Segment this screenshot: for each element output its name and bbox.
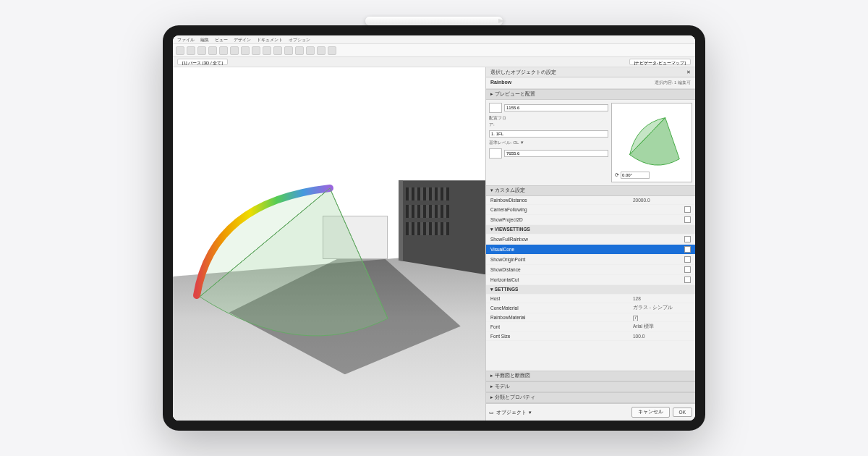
rainbow-cone — [185, 166, 417, 369]
story-select[interactable] — [489, 130, 608, 138]
close-icon[interactable]: ✕ — [686, 69, 691, 75]
checkbox[interactable] — [684, 246, 691, 253]
menubar[interactable]: ファイル 編集 ビュー デザイン ドキュメント オプション — [173, 35, 695, 44]
tool-icon[interactable] — [263, 46, 271, 55]
tool-icon[interactable] — [197, 46, 206, 55]
section-custom[interactable]: ▾ カスタム設定 — [486, 185, 695, 196]
prop-row[interactable]: RainbowDistance20000.0 — [486, 196, 695, 205]
menu-item[interactable]: 編集 — [200, 37, 209, 42]
prop-row[interactable]: ShowDistance — [486, 265, 695, 275]
tool-icon[interactable] — [317, 46, 326, 55]
prop-group-header[interactable]: ▾ VIEWSETTINGS — [486, 225, 695, 235]
icon-thumb — [489, 148, 502, 159]
type-select[interactable]: オブジェクト — [496, 409, 527, 416]
prop-row[interactable]: ConeMaterialガラス - シンプル — [486, 303, 695, 313]
menu-item[interactable]: ドキュメント — [257, 37, 283, 42]
object-preview[interactable]: ⟳ — [611, 103, 692, 182]
panel-title: 選択したオブジェクトの設定✕ — [486, 67, 695, 77]
view-tabs: [1] パース [3D / 全て] [ナビゲータ-ビューマップ] — [173, 57, 695, 67]
prop-row[interactable]: CameraFollowing — [486, 205, 695, 215]
app-screen: ファイル 編集 ビュー デザイン ドキュメント オプション [1] パース — [173, 35, 695, 421]
tool-icon[interactable] — [176, 46, 184, 55]
checkbox[interactable] — [684, 276, 691, 283]
properties-list: RainbowDistance20000.0CameraFollowingSho… — [486, 196, 695, 371]
ok-button[interactable]: OK — [673, 408, 692, 417]
prop-group-header[interactable]: ▾ SETTINGS — [486, 285, 695, 295]
tool-icon[interactable] — [219, 46, 228, 55]
navigator-tab[interactable]: [ナビゲータ-ビューマップ] — [629, 59, 691, 65]
checkbox[interactable] — [684, 236, 691, 242]
menu-item[interactable]: デザイン — [234, 37, 251, 42]
prop-row[interactable]: ShowOriginPoint — [486, 255, 695, 265]
tablet-device: ファイル 編集 ビュー デザイン ドキュメント オプション [1] パース — [163, 25, 705, 431]
tool-icon[interactable] — [252, 46, 260, 55]
prop-row[interactable]: Font Size100.0 — [486, 332, 695, 341]
prop-row[interactable]: Host128 — [486, 295, 695, 303]
properties-panel: 選択したオブジェクトの設定✕ Rainbow 選択内容: 1 編集可 ▸ プレビ… — [485, 67, 695, 421]
tool-icon[interactable] — [230, 46, 239, 55]
prop-row[interactable]: ShowProject2D — [486, 215, 695, 225]
stylus — [365, 17, 503, 25]
workspace: 選択したオブジェクトの設定✕ Rainbow 選択内容: 1 編集可 ▸ プレビ… — [173, 67, 695, 421]
checkbox[interactable] — [684, 266, 691, 273]
checkbox[interactable] — [684, 206, 691, 213]
angle-icon: ⟳ — [615, 172, 619, 178]
section-class[interactable]: ▸ 分類とプロパティ — [486, 392, 695, 403]
height-input[interactable] — [504, 104, 608, 111]
tool-icon[interactable] — [273, 46, 282, 55]
tool-icon[interactable] — [328, 46, 336, 55]
tool-icon[interactable] — [295, 46, 304, 55]
chevron-down-icon[interactable]: ▾ — [529, 410, 532, 415]
type-icon: ▭ — [489, 410, 494, 415]
prop-row[interactable]: VisualCone — [486, 245, 695, 255]
prop-row[interactable]: ShowFullRainbow — [486, 235, 695, 245]
section-plan[interactable]: ▸ 平面図と断面図 — [486, 371, 695, 381]
prop-row[interactable]: RainbowMaterial[7] — [486, 313, 695, 322]
section-preview[interactable]: ▸ プレビューと配置 — [486, 89, 695, 100]
tool-icon[interactable] — [241, 46, 250, 55]
menu-item[interactable]: ファイル — [177, 37, 195, 42]
toolbar — [173, 44, 695, 57]
baselevel-input[interactable] — [504, 150, 608, 157]
menu-item[interactable]: ビュー — [215, 37, 228, 42]
prop-row[interactable]: FontArial 標準 — [486, 322, 695, 332]
3d-viewport[interactable] — [173, 67, 485, 421]
tool-icon[interactable] — [208, 46, 217, 55]
prop-row[interactable]: HorizontalCut — [486, 275, 695, 285]
checkbox[interactable] — [684, 256, 691, 263]
menu-item[interactable]: オプション — [289, 37, 310, 42]
tool-icon[interactable] — [306, 46, 315, 55]
checkbox[interactable] — [684, 216, 691, 223]
selection-info: 選択内容: 1 編集可 — [655, 80, 691, 86]
tool-icon[interactable] — [187, 46, 195, 55]
tool-icon[interactable] — [284, 46, 293, 55]
angle-input[interactable] — [621, 172, 650, 179]
icon-thumb — [489, 103, 502, 113]
section-model[interactable]: ▸ モデル — [486, 381, 695, 392]
view-tab[interactable]: [1] パース [3D / 全て] — [177, 59, 228, 65]
object-name: Rainbow — [490, 80, 511, 86]
cancel-button[interactable]: キャンセル — [631, 407, 670, 418]
